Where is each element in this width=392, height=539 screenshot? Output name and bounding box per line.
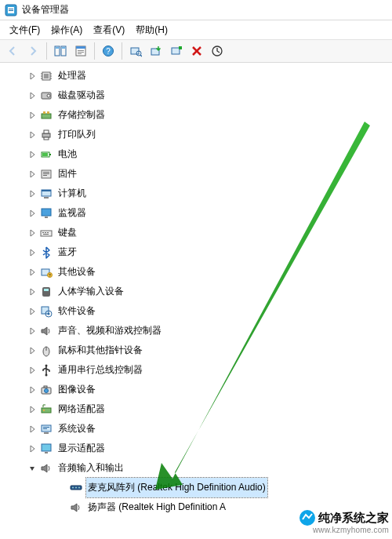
tree-category-expanded[interactable]: 音频输入和输出 [8,458,392,478]
tree-category[interactable]: 人体学输入设备 [8,282,392,301]
svg-point-64 [48,312,50,315]
properties-button[interactable] [71,42,90,60]
svg-point-33 [47,94,50,97]
network-icon [39,402,53,417]
svg-rect-39 [44,137,49,140]
tree-device[interactable]: 麦克风阵列 (Realtek High Definition Audio) [8,478,392,497]
expand-icon[interactable] [25,265,39,279]
tree-category[interactable]: 电池 [8,144,392,164]
tree-item-label: 计算机 [56,184,88,203]
svg-rect-78 [42,444,51,451]
tree-item-label: 磁盘驱动器 [56,86,107,105]
expand-icon[interactable] [25,69,39,83]
forward-button [24,42,42,60]
svg-rect-25 [44,74,49,78]
svg-rect-7 [62,47,65,49]
svg-rect-56 [43,234,49,235]
expand-icon[interactable] [25,167,39,181]
expand-icon[interactable] [25,383,39,397]
expand-icon[interactable] [25,246,39,260]
expand-icon[interactable] [25,402,39,417]
svg-rect-11 [78,52,84,53]
svg-rect-75 [44,432,49,434]
svg-rect-48 [42,190,51,191]
update-driver-button[interactable] [147,42,165,60]
expand-icon[interactable] [25,147,39,162]
tree-category[interactable]: 打印队列 [8,125,392,144]
tree-category[interactable]: 网络适配器 [8,399,392,419]
tree-category[interactable]: 监视器 [8,203,392,223]
cpu-icon [39,69,53,83]
menu-view[interactable]: 查看(V) [89,22,129,38]
expand-icon[interactable] [25,206,39,220]
tree-category[interactable]: ?其他设备 [8,262,392,282]
tree-item-label: 图像设备 [56,380,97,399]
svg-rect-61 [44,289,49,291]
expand-icon[interactable] [25,226,39,240]
disk-icon [39,89,53,103]
svg-rect-46 [43,175,47,176]
tree-category[interactable]: 磁盘驱动器 [8,86,392,105]
expand-icon[interactable] [25,285,39,299]
sound-icon [39,324,53,338]
tree-category[interactable]: 鼠标和其他指针设备 [8,341,392,360]
expand-icon[interactable] [25,422,39,436]
svg-rect-76 [43,427,49,428]
micdev-icon [69,481,83,495]
scan-hardware-button[interactable] [126,42,145,60]
svg-rect-20 [179,46,182,49]
expand-icon[interactable] [25,187,39,201]
app-icon [5,4,17,16]
tree-category[interactable]: 软件设备 [8,301,392,321]
uninstall-device-button[interactable] [167,42,186,60]
help-button[interactable]: ? [99,42,118,60]
svg-rect-35 [43,111,45,114]
tree-category[interactable]: 键盘 [8,223,392,242]
printer-icon [39,128,53,142]
tree-item-label: 显示适配器 [56,439,107,458]
svg-rect-9 [76,46,85,49]
svg-rect-55 [47,232,49,233]
menu-action[interactable]: 操作(A) [46,22,87,38]
tree-category[interactable]: 系统设备 [8,419,392,439]
tree-category[interactable]: 蓝牙 [8,242,392,262]
disable-device-button[interactable] [187,42,206,60]
svg-point-68 [45,373,48,376]
expand-icon[interactable] [25,442,39,456]
show-hide-console-tree-button[interactable] [51,42,70,60]
svg-rect-45 [43,173,49,174]
expand-icon[interactable] [25,304,39,319]
expand-icon[interactable] [25,128,39,142]
expand-icon[interactable] [25,344,39,358]
tree-category[interactable]: 存储控制器 [8,105,392,125]
tree-category[interactable]: 固件 [8,164,392,184]
tree-item-label: 蓝牙 [56,242,78,262]
svg-rect-42 [42,153,48,156]
battery-icon [39,147,53,162]
camera-icon [39,383,53,397]
menu-help[interactable]: 帮助(H) [131,22,172,38]
expand-icon[interactable] [25,324,39,338]
svg-rect-77 [43,428,47,429]
tree-category[interactable]: 通用串行总线控制器 [8,360,392,380]
tree-category[interactable]: 计算机 [8,184,392,203]
sound-icon [69,501,83,515]
svg-line-17 [140,55,142,56]
svg-rect-36 [47,111,49,114]
tree-category[interactable]: 显示适配器 [8,439,392,458]
tree-category[interactable]: 声音、视频和游戏控制器 [8,321,392,341]
expand-icon[interactable] [25,108,39,122]
expand-icon[interactable] [25,89,39,103]
collapse-icon[interactable] [25,461,39,475]
tree-category[interactable]: 处理器 [8,66,392,86]
menu-file[interactable]: 文件(F) [5,22,45,38]
watermark: 纯净系统之家 www.kzmyhome.com [299,510,389,534]
svg-point-70 [45,388,49,392]
expand-placeholder [55,481,69,495]
software-icon [39,304,53,319]
expand-icon[interactable] [25,363,39,377]
tree-category[interactable]: 图像设备 [8,380,392,399]
tree-item-label: 监视器 [56,203,88,223]
display-icon [39,442,53,456]
enable-device-button[interactable] [208,42,227,60]
